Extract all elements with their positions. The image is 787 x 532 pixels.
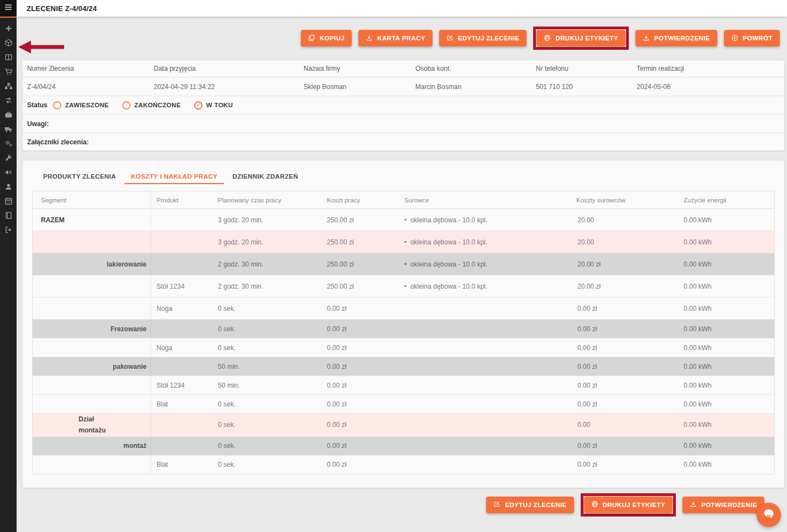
annotation-highlight-top: DRUKUJ ETYKIETY <box>533 27 628 50</box>
columns-icon[interactable] <box>4 53 13 61</box>
costs-card: PRODUKTY ZLECENIA KOSZTY I NAKŁAD PRACY … <box>22 160 785 488</box>
confirmation-button-bottom[interactable]: POTWIERDZENIE <box>682 497 764 513</box>
calendar-icon[interactable] <box>4 197 13 205</box>
cell-produkt <box>150 253 212 275</box>
tab-produkty-zlecenia[interactable]: PRODUKTY ZLECENIA <box>37 169 123 184</box>
button-label: POTWIERDZENIE <box>654 35 710 41</box>
status-option-zakonczone[interactable]: ZAKOŃCZONE <box>122 101 181 109</box>
toolbox-icon[interactable] <box>4 111 13 119</box>
radio-icon[interactable] <box>53 101 61 109</box>
order-number: Z-4/04/24 <box>27 83 154 91</box>
cell-planowany-czas: 0 sek. <box>212 442 321 450</box>
truck-icon[interactable] <box>4 125 13 133</box>
book-icon[interactable] <box>4 211 13 220</box>
exchange-arrows-icon[interactable] <box>4 96 13 105</box>
cell-produkt <box>150 320 212 338</box>
cell-planowany-czas: 0 sek. <box>212 461 321 468</box>
cell-zuzycie-energii: 0.00 kWh <box>675 216 774 224</box>
table-row: 3 godz. 20 min.250.00 złokleina dębowa -… <box>33 231 774 253</box>
edit-order-button[interactable]: EDYTUJ ZLECENIE <box>439 30 527 46</box>
table-row: Noga0 sek.0.00 zł0.00 zł0.00 kWh <box>33 338 774 357</box>
cell-koszt-pracy: 0.00 zł <box>321 400 399 408</box>
cell-koszt-pracy: 0.00 zł <box>321 363 399 371</box>
hamburger-icon <box>4 3 13 14</box>
chat-launcher-button[interactable] <box>757 503 781 527</box>
work-table-body: RAZEM3 godz. 20 min.250.00 złokleina dęb… <box>33 209 774 474</box>
company-name: Sklep Bosman <box>304 83 415 91</box>
cell-koszty-surowcow: 20.00 <box>570 238 675 246</box>
field-label: Numer Zlecenia <box>27 65 154 72</box>
cell-segment: Dział montażu <box>33 414 150 436</box>
copy-button[interactable]: KOPIUJ <box>301 30 352 46</box>
button-label: DRUKUJ ETYKIETY <box>555 35 618 41</box>
confirmation-button[interactable]: POTWIERDZENIE <box>635 30 717 46</box>
cell-segment: pakowanie <box>33 363 150 371</box>
work-card-button[interactable]: KARTA PRACY <box>358 30 432 46</box>
edit-order-button-bottom[interactable]: EDYTUJ ZLECENIE <box>486 497 574 513</box>
field-label: Osoba kont. <box>415 65 536 72</box>
phone-number: 501 710 120 <box>536 83 637 91</box>
cell-planowany-czas: 0 sek. <box>212 305 321 312</box>
menu-button[interactable] <box>0 0 17 18</box>
top-bar: ZLECENIE Z-4/04/24 <box>17 0 787 17</box>
table-row: Stół 12342 godz. 30 min.250.00 złokleina… <box>33 275 774 297</box>
radio-icon[interactable] <box>122 101 131 109</box>
cell-surowce: okleina dębowa - 10.0 kpl. <box>399 238 570 246</box>
cell-produkt <box>150 209 212 231</box>
cell-koszty-surowcow: 0.00 zł <box>570 305 675 312</box>
cell-koszty-surowcow: 0.00 zł <box>570 442 675 450</box>
cell-koszty-surowcow: 0.00 zł <box>570 461 675 468</box>
megaphone-icon[interactable] <box>4 168 13 176</box>
shopping-cart-icon[interactable] <box>4 67 13 76</box>
print-labels-button-bottom[interactable]: DRUKUJ ETYKIETY <box>584 497 673 513</box>
button-label: DRUKUJ ETYKIETY <box>603 502 665 508</box>
cell-planowany-czas: 2 godz. 30 min. <box>212 283 321 290</box>
cell-produkt: Noga <box>150 338 212 357</box>
toolbar: KOPIUJ KARTA PRACY EDYTUJ ZLECENIE DRUKU… <box>17 27 787 50</box>
column-header: Produkt <box>150 191 212 208</box>
status-row: Status ZAWIESZONE ZAKOŃCZONE W TOKU <box>23 96 784 114</box>
cell-zuzycie-energii: 0.00 kWh <box>675 461 774 468</box>
print-labels-button[interactable]: DRUKUJ ETYKIETY <box>536 30 625 46</box>
cell-planowany-czas: 50 min. <box>212 382 321 389</box>
cell-produkt: Blat <box>150 456 212 474</box>
cell-planowany-czas: 50 min. <box>212 363 321 371</box>
gears-icon[interactable] <box>4 139 13 148</box>
cell-surowce: okleina dębowa - 10.0 kpl. <box>399 216 570 224</box>
back-button[interactable]: POWRÓT <box>724 30 780 46</box>
wrench-icon[interactable] <box>4 154 13 162</box>
tab-bar: PRODUKTY ZLECENIA KOSZTY I NAKŁAD PRACY … <box>23 160 784 184</box>
cell-koszt-pracy: 0.00 zł <box>321 305 399 312</box>
cell-zuzycie-energii: 0.00 kWh <box>675 382 774 389</box>
plus-icon[interactable] <box>4 24 13 33</box>
cell-planowany-czas: 3 godz. 20 min. <box>212 238 321 246</box>
column-header: Surowce <box>399 197 570 204</box>
contact-person: Marcin Bosman <box>415 83 536 91</box>
cell-koszty-surowcow: 0.00 zł <box>570 400 675 408</box>
sitemap-icon[interactable] <box>4 82 13 90</box>
cell-koszt-pracy: 250.00 zł <box>321 216 399 224</box>
footer-toolbar: EDYTUJ ZLECENIE DRUKUJ ETYKIETY POTWIERD… <box>17 493 787 517</box>
radio-checked-icon[interactable] <box>194 101 202 109</box>
cell-zuzycie-energii: 0.00 kWh <box>675 442 774 450</box>
cell-surowce: okleina dębowa - 10.0 kpl. <box>399 283 570 290</box>
main-content: KOPIUJ KARTA PRACY EDYTUJ ZLECENIE DRUKU… <box>17 17 787 532</box>
tab-koszty-i-naklad-pracy[interactable]: KOSZTY I NAKŁAD PRACY <box>124 169 224 184</box>
cell-koszt-pracy: 0.00 zł <box>321 344 399 352</box>
user-icon[interactable] <box>4 182 13 191</box>
table-row: Blat0 sek.0.00 zł0.00 zł0.00 kWh <box>33 455 774 474</box>
field-label: Nazwa firmy <box>304 65 415 72</box>
button-label: EDYTUJ ZLECENIE <box>458 35 519 41</box>
cell-produkt: Stół 1234 <box>150 376 212 394</box>
status-option-zawieszone[interactable]: ZAWIESZONE <box>53 101 109 109</box>
sidebar-nav <box>0 18 17 234</box>
edit-icon <box>446 34 454 43</box>
status-option-w-toku[interactable]: W TOKU <box>194 101 233 109</box>
cube-icon[interactable] <box>4 39 13 47</box>
tab-dziennik-zdarzen[interactable]: DZIENNIK ZDARZEŃ <box>226 169 305 184</box>
cell-zuzycie-energii: 0.00 kWh <box>675 283 774 290</box>
logout-icon[interactable] <box>4 226 13 234</box>
table-row: Blat0 sek.0.00 zł0.00 zł0.00 kWh <box>33 394 774 413</box>
chat-bubble-icon <box>762 507 775 523</box>
table-row: Frezowanie0 sek.0.00 zł0.00 zł0.00 kWh <box>33 319 774 338</box>
